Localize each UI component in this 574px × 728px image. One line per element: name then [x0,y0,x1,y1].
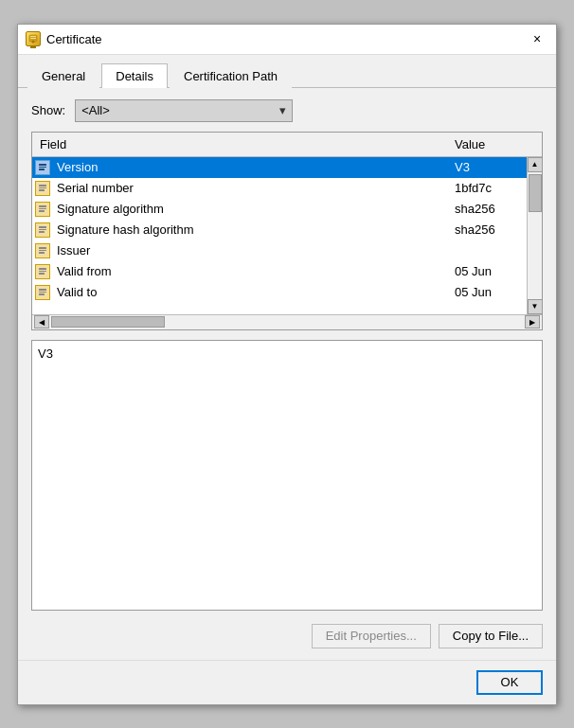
row-value: 05 Jun [451,262,527,280]
table-row[interactable]: Signature hash algorithm sha256 [32,220,527,240]
field-line-2 [39,292,46,293]
row-icon [32,282,53,303]
copy-to-file-button[interactable]: Copy to File... [439,624,543,648]
row-value: V3 [451,158,527,176]
field-icon [35,202,50,217]
column-value: Value [451,135,527,153]
field-icon [35,222,50,238]
field-line-1 [39,185,46,186]
scroll-left-button[interactable]: ◀ [34,315,49,328]
field-line-3 [39,252,45,254]
table-row[interactable]: Signature algorithm sha256 [32,199,527,220]
h-scrollbar-thumb[interactable] [51,316,165,328]
row-icon [32,178,53,199]
show-label: Show: [31,103,65,117]
field-line-1 [39,205,46,207]
field-line-3 [39,210,45,212]
fields-table: Field Value Version [31,132,543,330]
row-value [451,249,527,253]
scroll-up-button[interactable]: ▲ [528,157,543,172]
field-line-1 [39,164,46,166]
row-field: Serial number [53,179,451,197]
row-field: Signature algorithm [53,200,451,218]
row-value: sha256 [451,221,527,239]
scroll-right-button[interactable]: ▶ [525,315,540,328]
chevron-down-icon: ▾ [279,103,286,117]
tab-general[interactable]: General [27,63,99,88]
field-line-3 [39,273,45,275]
row-value: 05 Jun [451,283,527,301]
table-header: Field Value [32,133,542,157]
field-line-1 [39,268,46,270]
show-value: <All> [81,103,110,117]
row-field: Issuer [53,241,451,259]
field-line-2 [39,271,46,273]
svg-rect-1 [30,36,36,37]
field-line-1 [39,289,46,291]
row-icon [32,240,53,261]
edit-properties-button[interactable]: Edit Properties... [312,624,431,648]
field-line-3 [39,189,45,191]
bottom-row: OK [18,660,556,704]
certificate-dialog: Certificate × General Details Certificat… [17,24,557,705]
table-inner: Version V3 Serial number [32,157,542,314]
ok-button[interactable]: OK [476,670,543,695]
h-scrollbar: ◀ ▶ [32,314,542,329]
field-line-2 [39,167,46,169]
tab-content: Show: <All> ▾ Field Value [18,88,556,660]
column-field: Field [32,135,451,153]
svg-point-3 [32,41,35,44]
title-bar-left: Certificate [26,31,102,46]
table-row[interactable]: Valid to 05 Jun [32,282,527,303]
row-icon [32,199,53,220]
show-dropdown[interactable]: <All> ▾ [75,99,293,122]
row-icon [32,220,53,240]
table-rows-container: Version V3 Serial number [32,157,527,314]
field-line-2 [39,250,46,252]
certificate-icon [26,31,41,46]
tab-details[interactable]: Details [101,63,168,88]
field-line-3 [39,293,45,295]
row-field: Version [53,158,451,176]
field-icon [35,160,50,175]
table-row[interactable]: Issuer [32,240,527,261]
row-field: Valid to [53,283,451,301]
field-line-3 [39,169,45,170]
action-buttons-row: Edit Properties... Copy to File... [31,624,543,648]
field-line-3 [39,231,45,233]
row-field: Valid from [53,262,451,280]
field-icon [35,285,50,300]
table-row[interactable]: Version V3 [32,157,527,178]
field-icon [35,264,50,279]
field-line-1 [39,247,46,249]
title-bar: Certificate × [18,25,556,55]
dialog-title: Certificate [46,32,102,46]
scrollbar-spacer [527,135,542,153]
field-line-2 [39,229,46,231]
scrollbar-track: ▲ ▼ [527,157,542,314]
tab-certification-path[interactable]: Certification Path [170,63,292,88]
scrollbar-thumb[interactable] [529,174,542,212]
value-box: V3 [31,340,543,611]
table-row[interactable]: Valid from 05 Jun [32,261,527,282]
field-line-2 [39,187,46,189]
close-button[interactable]: × [526,27,548,50]
row-icon [32,157,53,178]
field-line-2 [39,208,46,210]
field-icon [35,243,50,258]
row-value: 1bfd7c [451,179,527,197]
row-value: sha256 [451,200,527,218]
show-row: Show: <All> ▾ [31,99,543,122]
scroll-down-button[interactable]: ▼ [528,299,543,314]
table-row[interactable]: Serial number 1bfd7c [32,178,527,199]
row-icon [32,261,53,282]
tab-bar: General Details Certification Path [18,55,556,88]
field-icon [35,181,50,196]
svg-rect-2 [30,38,36,39]
field-line-1 [39,226,46,228]
value-content: V3 [38,346,53,361]
row-field: Signature hash algorithm [53,221,451,239]
